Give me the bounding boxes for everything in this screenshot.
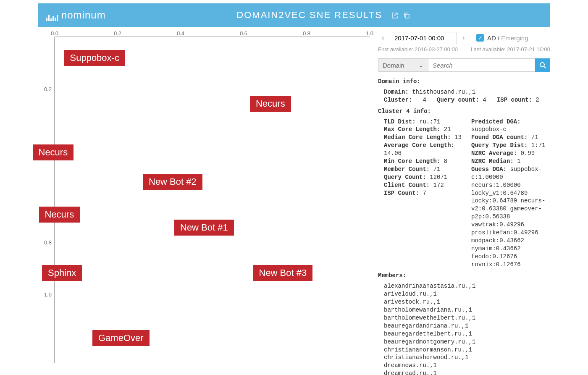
app-header: nominum DOMAIN2VEC SNE RESULTS bbox=[38, 3, 550, 27]
search-input[interactable] bbox=[428, 58, 535, 72]
info-row: Predicted DGA: suppobox-c bbox=[471, 118, 550, 134]
members-section: Members: alexandrinaanastasia.ru.,1arive… bbox=[378, 272, 550, 375]
cluster-label: New Bot #2 bbox=[143, 174, 202, 190]
sne-scatter-chart[interactable]: 0.00.20.40.60.81.0 0.20.81.0 Suppobox-cN… bbox=[38, 31, 370, 363]
info-row: NZRC Average: 0.99 bbox=[471, 149, 550, 157]
cluster-label: Necurs bbox=[33, 144, 74, 160]
info-row: Query Count: 12071 bbox=[384, 173, 463, 181]
y-axis: 0.20.81.0 bbox=[38, 37, 55, 363]
x-tick: 0.4 bbox=[177, 30, 184, 37]
availability-row: First available: 2016-03-27 00:00 Last a… bbox=[378, 46, 550, 52]
cluster-label: Necurs bbox=[250, 96, 291, 112]
member-item: arivestock.ru.,1 bbox=[384, 298, 550, 306]
info-row: Query Type Dist: 1:71 bbox=[471, 142, 550, 149]
cluster-label: GameOver bbox=[92, 330, 150, 346]
cluster-label: New Bot #3 bbox=[253, 265, 313, 281]
info-row: Max Core Length: 21 bbox=[384, 126, 463, 134]
cluster-label: Necurs bbox=[39, 207, 80, 223]
member-item: dreamnews.ru.,1 bbox=[384, 362, 550, 370]
nominum-logo: nominum bbox=[46, 9, 106, 21]
svg-rect-0 bbox=[405, 14, 409, 18]
member-item: christianasherwood.ru.,1 bbox=[384, 354, 550, 362]
info-row: ISP Count: 7 bbox=[384, 189, 463, 197]
next-button[interactable]: › bbox=[459, 31, 469, 45]
member-item: dreamread.ru.,1 bbox=[384, 370, 550, 375]
open-external-icon[interactable] bbox=[391, 12, 398, 19]
logo-text: nominum bbox=[61, 9, 106, 21]
member-item: bartholomewethelbert.ru.,1 bbox=[384, 314, 550, 322]
cluster-info: Cluster 4 info: TLD Dist: ru.:71Max Core… bbox=[378, 108, 550, 269]
y-tick: 0.2 bbox=[44, 86, 52, 92]
search-icon bbox=[539, 62, 546, 68]
member-item: beauregardmontgomery.ru.,1 bbox=[384, 338, 550, 346]
date-nav: ‹ › ✓ AD / Emerging bbox=[378, 31, 550, 45]
side-panel: ‹ › ✓ AD / Emerging First available: 201… bbox=[370, 31, 550, 375]
info-row: Min Core Length: 8 bbox=[384, 157, 463, 165]
x-axis: 0.00.20.40.60.81.0 bbox=[55, 31, 370, 37]
member-item: bartholomewandriana.ru.,1 bbox=[384, 306, 550, 314]
member-item: beauregardethelbert.ru.,1 bbox=[384, 330, 550, 338]
plot-area[interactable] bbox=[55, 37, 370, 363]
info-row: Guess DGA: suppobox-c:1.00000 necurs:1.0… bbox=[471, 165, 550, 269]
domain-info: Domain info: Domain: thisthousand.ru.,1 … bbox=[378, 78, 550, 104]
x-tick: 0.8 bbox=[303, 30, 310, 37]
logo-bars-icon bbox=[46, 9, 59, 21]
svg-point-1 bbox=[540, 63, 544, 67]
info-row: Median Core Length: 13 bbox=[384, 134, 463, 142]
info-row: Member Count: 71 bbox=[384, 165, 463, 173]
first-available: First available: 2016-03-27 00:00 bbox=[378, 46, 458, 52]
page-title: DOMAIN2VEC SNE RESULTS bbox=[106, 10, 542, 21]
chevron-down-icon: ⌄ bbox=[418, 61, 424, 69]
ad-emerging-label: AD / Emerging bbox=[487, 34, 528, 42]
member-item: ariveloud.ru.,1 bbox=[384, 290, 550, 298]
member-item: christiananormanson.ru.,1 bbox=[384, 346, 550, 354]
cluster-label: Suppobox-c bbox=[64, 50, 125, 66]
prev-button[interactable]: ‹ bbox=[378, 31, 388, 45]
y-tick: 0.8 bbox=[44, 239, 52, 245]
info-row: Client Count: 172 bbox=[384, 181, 463, 189]
copy-icon[interactable] bbox=[403, 12, 410, 19]
x-tick: 1.0 bbox=[366, 30, 373, 37]
cluster-label: New Bot #1 bbox=[174, 220, 234, 236]
info-row: Average Core Length: 14.06 bbox=[384, 142, 463, 157]
info-row: TLD Dist: ru.:71 bbox=[384, 118, 463, 126]
x-tick: 0.0 bbox=[51, 30, 58, 37]
search-row: Domain⌄ bbox=[378, 58, 550, 72]
info-row: Found DGA count: 71 bbox=[471, 134, 550, 142]
member-item: beauregardandriana.ru.,1 bbox=[384, 322, 550, 330]
y-tick: 1.0 bbox=[44, 291, 52, 298]
date-input[interactable] bbox=[390, 32, 457, 44]
info-row: NZRC Median: 1 bbox=[471, 157, 550, 165]
ad-checkbox[interactable]: ✓ bbox=[476, 34, 484, 42]
domain-select[interactable]: Domain⌄ bbox=[378, 58, 428, 72]
last-available: Last available: 2017-07-21 16:00 bbox=[471, 46, 550, 52]
member-item: alexandrinaanastasia.ru.,1 bbox=[384, 282, 550, 290]
x-tick: 0.2 bbox=[114, 30, 121, 37]
search-button[interactable] bbox=[535, 58, 550, 72]
cluster-label: Sphinx bbox=[42, 265, 82, 281]
x-tick: 0.6 bbox=[240, 30, 247, 37]
